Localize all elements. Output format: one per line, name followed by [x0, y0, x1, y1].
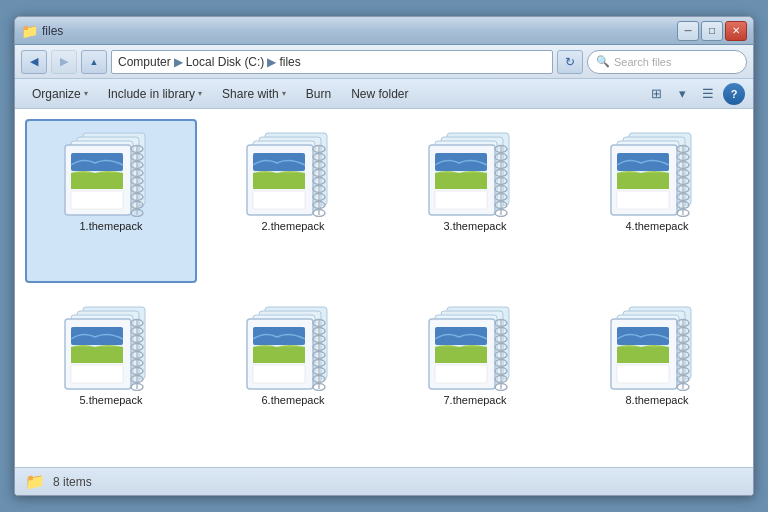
file-label: 3.themepack	[444, 219, 507, 233]
share-with-label: Share with	[222, 87, 279, 101]
close-button[interactable]: ✕	[725, 21, 747, 41]
svg-rect-16	[71, 191, 123, 209]
details-view-button[interactable]: ☰	[697, 83, 719, 105]
themepack-icon	[607, 129, 707, 219]
themepack-icon	[607, 303, 707, 393]
folder-icon: 📁	[21, 23, 38, 39]
maximize-icon: □	[709, 25, 715, 36]
share-arrow: ▾	[282, 89, 286, 98]
svg-rect-178	[435, 365, 487, 383]
file-label: 7.themepack	[444, 393, 507, 407]
help-button[interactable]: ?	[723, 83, 745, 105]
maximize-button[interactable]: □	[701, 21, 723, 41]
up-button[interactable]: ▲	[81, 50, 107, 74]
file-label: 4.themepack	[626, 219, 689, 233]
file-item[interactable]: 1.themepack	[25, 119, 197, 283]
status-bar: 📁 8 items	[15, 467, 753, 495]
svg-rect-70	[435, 191, 487, 209]
window-controls: ─ □ ✕	[677, 21, 747, 41]
close-icon: ✕	[732, 25, 740, 36]
svg-rect-151	[253, 365, 305, 383]
minimize-button[interactable]: ─	[677, 21, 699, 41]
themepack-icon	[61, 129, 161, 219]
address-path[interactable]: Computer ▶ Local Disk (C:) ▶ files	[111, 50, 553, 74]
search-icon: 🔍	[596, 55, 610, 68]
themepack-icon	[425, 129, 525, 219]
details-icon: ☰	[702, 86, 714, 101]
themepack-icon	[425, 303, 525, 393]
forward-button[interactable]: ▶	[51, 50, 77, 74]
file-label: 1.themepack	[80, 219, 143, 233]
view-options-button[interactable]: ⊞	[645, 83, 667, 105]
share-with-button[interactable]: Share with ▾	[213, 83, 295, 105]
address-bar: ◀ ▶ ▲ Computer ▶ Local Disk (C:) ▶ files…	[15, 45, 753, 79]
title-bar: 📁 files ─ □ ✕	[15, 17, 753, 45]
content-area: 1.themepack 2.themepack	[15, 109, 753, 467]
refresh-button[interactable]: ↻	[557, 50, 583, 74]
file-item[interactable]: 5.themepack	[25, 293, 197, 457]
themepack-icon	[61, 303, 161, 393]
file-item[interactable]: 7.themepack	[389, 293, 561, 457]
file-item[interactable]: 6.themepack	[207, 293, 379, 457]
path-part2: Local Disk (C:)	[186, 55, 265, 69]
view-dropdown-icon: ▾	[679, 86, 686, 101]
window-title: files	[42, 24, 63, 38]
view-icon: ⊞	[651, 86, 662, 101]
toolbar: Organize ▾ Include in library ▾ Share wi…	[15, 79, 753, 109]
new-folder-button[interactable]: New folder	[342, 83, 417, 105]
include-in-library-button[interactable]: Include in library ▾	[99, 83, 211, 105]
path-part3: files	[279, 55, 300, 69]
svg-rect-43	[253, 191, 305, 209]
path-part1: Computer	[118, 55, 171, 69]
file-item[interactable]: 8.themepack	[571, 293, 743, 457]
path-sep1: ▶	[174, 55, 183, 69]
status-folder-icon: 📁	[25, 472, 45, 491]
include-arrow: ▾	[198, 89, 202, 98]
svg-rect-205	[617, 365, 669, 383]
title-bar-left: 📁 files	[21, 23, 63, 39]
themepack-icon	[243, 129, 343, 219]
file-grid: 1.themepack 2.themepack	[25, 119, 743, 457]
burn-label: Burn	[306, 87, 331, 101]
explorer-window: 📁 files ─ □ ✕ ◀ ▶ ▲ Computer ▶ Local Dis…	[14, 16, 754, 496]
minimize-icon: ─	[684, 25, 691, 36]
svg-rect-97	[617, 191, 669, 209]
help-icon: ?	[731, 88, 738, 100]
toolbar-right: ⊞ ▾ ☰ ?	[645, 83, 745, 105]
back-button[interactable]: ◀	[21, 50, 47, 74]
organize-label: Organize	[32, 87, 81, 101]
file-item[interactable]: 2.themepack	[207, 119, 379, 283]
file-label: 5.themepack	[80, 393, 143, 407]
view-dropdown-button[interactable]: ▾	[671, 83, 693, 105]
themepack-icon	[243, 303, 343, 393]
search-placeholder: Search files	[614, 56, 671, 68]
burn-button[interactable]: Burn	[297, 83, 340, 105]
include-in-library-label: Include in library	[108, 87, 195, 101]
file-item[interactable]: 4.themepack	[571, 119, 743, 283]
status-text: 8 items	[53, 475, 92, 489]
svg-rect-124	[71, 365, 123, 383]
file-label: 6.themepack	[262, 393, 325, 407]
path-sep2: ▶	[267, 55, 276, 69]
new-folder-label: New folder	[351, 87, 408, 101]
file-item[interactable]: 3.themepack	[389, 119, 561, 283]
organize-button[interactable]: Organize ▾	[23, 83, 97, 105]
file-label: 2.themepack	[262, 219, 325, 233]
organize-arrow: ▾	[84, 89, 88, 98]
search-box[interactable]: 🔍 Search files	[587, 50, 747, 74]
file-label: 8.themepack	[626, 393, 689, 407]
